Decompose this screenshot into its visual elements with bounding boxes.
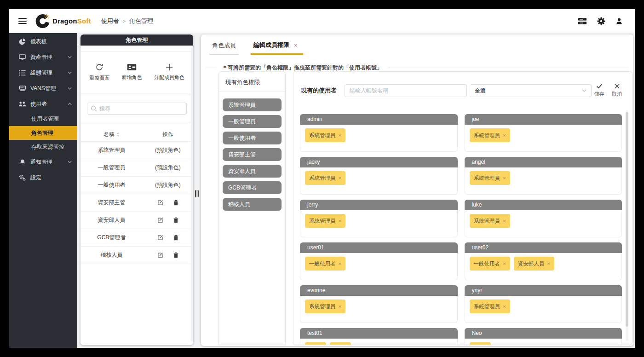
role-pill[interactable]: GCB管理者: [223, 181, 282, 194]
user-card-header[interactable]: jacky: [300, 157, 458, 167]
account-name-input[interactable]: [345, 84, 467, 97]
role-tag[interactable]: 一般使用者×: [470, 257, 510, 271]
remove-tag-icon[interactable]: ×: [547, 261, 550, 266]
role-panel-scrollbar[interactable]: [191, 47, 193, 341]
role-pill[interactable]: 資安部主管: [223, 148, 282, 161]
remove-tag-icon[interactable]: ×: [339, 132, 342, 138]
column-name[interactable]: 名稱: [80, 131, 143, 138]
role-tag[interactable]: 資安部人員×: [514, 257, 554, 271]
delete-role-button[interactable]: [173, 200, 178, 206]
select-all-dropdown[interactable]: 全選: [470, 84, 592, 97]
tab-edit-member-permissions[interactable]: 編輯成員權限 ×: [251, 41, 303, 55]
panel-splitter-handle[interactable]: [195, 190, 199, 197]
role-table-row[interactable]: 一般使用者(預設角色): [80, 177, 193, 194]
sidebar-item-users[interactable]: 使用者: [9, 96, 77, 112]
chevron-down-icon: [68, 56, 72, 58]
user-card-header[interactable]: admin: [300, 114, 458, 125]
role-pill[interactable]: 資安部人員: [223, 165, 282, 178]
refresh-page-button[interactable]: 重整頁面: [89, 63, 109, 81]
user-card-header[interactable]: evonne: [300, 285, 458, 296]
sidebar-item-settings[interactable]: 設定: [9, 170, 77, 185]
role-tag[interactable]: 系統管理員×: [470, 214, 510, 228]
sidebar-item-vans[interactable]: VANS管理: [9, 81, 77, 96]
delete-role-button[interactable]: [173, 235, 178, 241]
breadcrumb: 使用者 > 角色管理: [101, 17, 153, 25]
role-tag[interactable]: ×: [305, 342, 326, 345]
role-pill[interactable]: 稽核人員: [223, 198, 282, 211]
user-card-header[interactable]: user02: [465, 242, 622, 253]
sidebar-item-access-source-control[interactable]: 存取來源管控: [9, 140, 77, 154]
remove-tag-icon[interactable]: ×: [503, 218, 506, 224]
role-tag-label: 系統管理員: [309, 132, 336, 138]
edit-role-button[interactable]: [157, 217, 163, 223]
remove-tag-icon[interactable]: ×: [503, 175, 506, 181]
remove-tag-icon[interactable]: ×: [503, 304, 506, 309]
user-card-header[interactable]: jerry: [300, 200, 458, 210]
role-table-row[interactable]: 資安部人員: [80, 212, 193, 229]
server-icon[interactable]: [578, 17, 587, 25]
user-icon[interactable]: [615, 17, 623, 25]
user-card-header[interactable]: Neo: [465, 328, 622, 339]
role-tag[interactable]: ×: [470, 342, 491, 345]
role-tag[interactable]: 系統管理員×: [470, 128, 510, 142]
remove-tag-icon[interactable]: ×: [503, 261, 506, 266]
sort-icon[interactable]: [116, 132, 120, 137]
users-label: 現有的使用者: [301, 86, 337, 95]
edit-role-button[interactable]: [157, 252, 163, 258]
role-pill[interactable]: 一般管理員: [223, 115, 282, 128]
user-card-header[interactable]: joe: [465, 114, 622, 125]
user-card-header[interactable]: user01: [300, 242, 458, 253]
close-tab-icon[interactable]: ×: [294, 42, 298, 49]
monitor-icon: [18, 54, 26, 61]
sidebar-item-notifications[interactable]: 通知管理: [9, 154, 77, 170]
role-tag[interactable]: 系統管理員×: [305, 128, 345, 142]
sidebar-item-user-management[interactable]: 使用者管理: [9, 112, 77, 126]
sidebar-item-role-management[interactable]: 角色管理: [9, 126, 77, 140]
role-table-row[interactable]: 一般管理員(預設角色): [80, 159, 193, 177]
tab-role-members[interactable]: 角色成員: [209, 41, 239, 55]
gear-icon[interactable]: [597, 17, 605, 25]
role-panel-toolbar: 重整頁面 新增角色 分配成員角色: [80, 52, 193, 93]
remove-tag-icon[interactable]: ×: [339, 261, 342, 266]
role-tag[interactable]: 系統管理員×: [470, 299, 510, 313]
breadcrumb-item[interactable]: 使用者: [101, 17, 119, 25]
user-card-header[interactable]: ynyr: [465, 285, 622, 296]
role-tag[interactable]: 系統管理員×: [305, 171, 345, 185]
role-pill[interactable]: 系統管理員: [223, 98, 282, 111]
remove-tag-icon[interactable]: ×: [339, 175, 342, 181]
role-table-row[interactable]: 系統管理員(預設角色): [80, 142, 193, 159]
role-search-input[interactable]: [87, 103, 187, 115]
assign-member-role-button[interactable]: 分配成員角色: [154, 63, 184, 81]
users-scrollbar-thumb[interactable]: [626, 112, 628, 327]
role-tag[interactable]: 系統管理員×: [305, 299, 345, 313]
role-tag[interactable]: 系統管理員×: [470, 171, 510, 185]
delete-role-button[interactable]: [173, 252, 178, 258]
hamburger-menu-icon[interactable]: [18, 18, 27, 24]
save-button[interactable]: 儲存: [594, 84, 604, 98]
remove-tag-icon[interactable]: ×: [503, 132, 506, 138]
cancel-button[interactable]: 取消: [612, 84, 622, 98]
role-table-row[interactable]: GCB管理者: [80, 229, 193, 247]
sidebar-item-config[interactable]: 組態管理: [9, 65, 77, 81]
role-table-row[interactable]: 稽核人員: [80, 247, 193, 264]
role-tag[interactable]: 一般使用者×: [305, 257, 345, 271]
tab-bar: 角色成員 編輯成員權限 ×: [201, 35, 633, 55]
role-tag[interactable]: 系統管理員×: [305, 214, 345, 228]
add-role-button[interactable]: 新增角色: [121, 63, 142, 81]
user-card-header[interactable]: angel: [465, 157, 622, 167]
role-pill[interactable]: 一般使用者: [223, 132, 282, 144]
role-table-row[interactable]: 資安部主管: [80, 194, 193, 212]
user-card-header[interactable]: test01: [300, 328, 458, 339]
remove-tag-icon[interactable]: ×: [339, 218, 342, 224]
sidebar-item-label: 資產管理: [30, 53, 52, 61]
users-scrollbar-track[interactable]: [626, 110, 628, 341]
edit-role-button[interactable]: [157, 235, 163, 241]
delete-role-button[interactable]: [173, 217, 178, 223]
sidebar-item-assets[interactable]: 資產管理: [9, 49, 77, 65]
sidebar-item-dashboard[interactable]: 儀表板: [9, 34, 77, 49]
edit-role-button[interactable]: [157, 200, 163, 206]
role-tag[interactable]: ×: [330, 342, 351, 345]
user-card-header[interactable]: luke: [465, 200, 622, 210]
remove-tag-icon[interactable]: ×: [339, 304, 342, 309]
user-card-body: 系統管理員×: [300, 167, 458, 195]
